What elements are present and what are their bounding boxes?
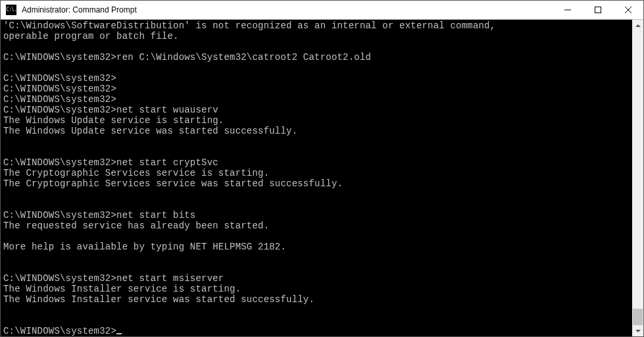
cursor <box>116 333 122 334</box>
maximize-icon <box>595 7 601 13</box>
close-button[interactable] <box>613 1 643 19</box>
window-title: Administrator: Command Prompt <box>20 5 553 14</box>
maximize-button[interactable] <box>583 1 613 19</box>
chevron-up-icon <box>635 23 641 28</box>
cmd-icon-glyph: C:\. <box>6 7 16 13</box>
svg-rect-0 <box>595 7 601 13</box>
terminal-client-area: 'C:\Windows\SoftwareDistribution' is not… <box>1 20 643 336</box>
minimize-icon <box>564 7 571 13</box>
terminal-output[interactable]: 'C:\Windows\SoftwareDistribution' is not… <box>1 20 632 336</box>
titlebar[interactable]: C:\. Administrator: Command Prompt <box>1 1 643 20</box>
scroll-thumb[interactable] <box>633 309 643 325</box>
chevron-down-icon <box>635 328 641 334</box>
close-icon <box>625 7 632 13</box>
vertical-scrollbar[interactable] <box>632 20 643 336</box>
titlebar-buttons <box>553 1 643 19</box>
cmd-icon: C:\. <box>6 5 16 15</box>
scroll-up-button[interactable] <box>632 20 643 31</box>
minimize-button[interactable] <box>553 1 583 19</box>
scroll-down-button[interactable] <box>632 325 643 336</box>
scroll-track[interactable] <box>632 31 643 325</box>
command-prompt-window: C:\. Administrator: Command Prompt 'C:\W… <box>0 0 644 337</box>
